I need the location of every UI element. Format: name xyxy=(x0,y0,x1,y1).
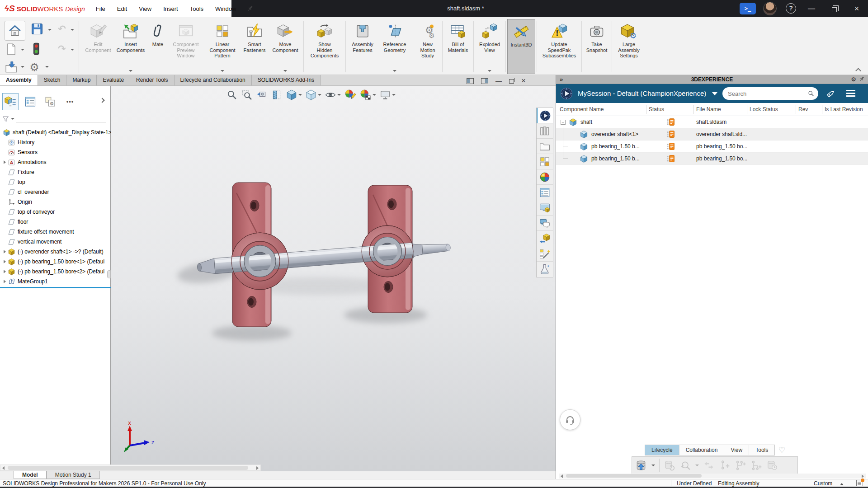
tab-solidworks-addins[interactable]: SOLIDWORKS Add-Ins xyxy=(252,75,321,85)
chevron-down-icon[interactable] xyxy=(651,465,655,466)
view-palette-tab[interactable] xyxy=(537,154,553,169)
component-row[interactable]: overender shaft<1> overender shaft.sld..… xyxy=(556,128,868,141)
tab-assembly[interactable]: Assembly xyxy=(0,75,38,85)
filter-funnel-icon[interactable] xyxy=(2,115,9,123)
property-manager-tab[interactable] xyxy=(22,93,38,110)
chevron-down-icon[interactable] xyxy=(373,94,376,96)
new-motion-study-button[interactable]: New Motion Study xyxy=(415,19,441,74)
tree-item[interactable]: Fixture xyxy=(0,167,111,177)
component-row[interactable]: pb bearing_1.50 b... pb bearing_1.50 bo.… xyxy=(556,141,868,153)
chevron-down-icon[interactable] xyxy=(392,94,396,96)
show-hidden-components-button[interactable]: Show Hidden Components xyxy=(305,19,344,74)
expand-arrow-icon[interactable] xyxy=(4,260,6,263)
edit-component-button[interactable]: Edit Component xyxy=(83,19,113,74)
chevron-down-icon[interactable] xyxy=(221,70,224,72)
zoom-fit-button[interactable] xyxy=(226,89,238,101)
user-avatar[interactable] xyxy=(763,2,777,15)
gear-icon[interactable]: ⚙ xyxy=(851,75,856,84)
tree-item[interactable]: (-) pb bearing_1.50 bore<1> (Defaul xyxy=(0,257,111,267)
zoom-area-button[interactable] xyxy=(241,89,253,101)
expand-arrow-icon[interactable] xyxy=(4,250,6,253)
instant3d-button[interactable]: Instant3D xyxy=(507,19,535,74)
session-selector[interactable]: MySession - Default (ChampionXperience) xyxy=(578,84,706,103)
tab-lifecycle[interactable]: Lifecycle xyxy=(645,445,679,455)
tree-item[interactable]: Sensors xyxy=(0,147,111,157)
new-document-button[interactable] xyxy=(5,42,18,56)
view-orientation-button[interactable] xyxy=(286,89,302,101)
expand-arrow-icon[interactable] xyxy=(4,270,6,273)
manager-overflow-button[interactable]: ••• xyxy=(62,93,78,110)
3dexperience-tab[interactable] xyxy=(537,108,553,123)
assistant-button[interactable] xyxy=(560,409,580,430)
new-dropdown-icon[interactable] xyxy=(21,49,24,51)
minimize-button[interactable]: — xyxy=(801,0,822,17)
tree-item[interactable]: MateGroup1 xyxy=(0,277,111,286)
save-dropdown-icon[interactable] xyxy=(48,29,52,31)
chevron-down-icon[interactable] xyxy=(11,118,14,120)
tree-item[interactable]: Annotations xyxy=(0,157,111,167)
viewport-close-icon[interactable]: × xyxy=(521,76,526,86)
file-explorer-tab[interactable] xyxy=(537,139,553,154)
new-revision-button[interactable] xyxy=(719,460,731,471)
featuremanager-tree-tab[interactable] xyxy=(2,93,19,110)
update-speedpak-button[interactable]: Update SpeedPak Subassemblies xyxy=(538,19,580,74)
move-component-button[interactable]: Move Component xyxy=(269,19,302,74)
refresh-database-button[interactable] xyxy=(664,460,675,471)
tab-render-tools[interactable]: Render Tools xyxy=(130,75,175,85)
home-button[interactable] xyxy=(5,21,25,41)
tree-item[interactable]: cl_overender xyxy=(0,187,111,197)
notification-icon[interactable] xyxy=(856,480,863,486)
pin-menu-icon[interactable] xyxy=(246,5,254,13)
configuration-manager-tab[interactable] xyxy=(42,93,58,110)
col-file-name[interactable]: File Name xyxy=(696,106,721,113)
chevron-down-icon[interactable] xyxy=(337,94,341,96)
chevron-down-icon[interactable] xyxy=(298,94,302,96)
chevron-down-icon[interactable] xyxy=(129,70,132,72)
linear-component-pattern-button[interactable]: Linear Component Pattern xyxy=(204,19,241,74)
component-preview-window-button[interactable]: Component Preview Window xyxy=(167,19,204,74)
appearances-tab[interactable] xyxy=(537,169,553,185)
menu-burger-icon[interactable] xyxy=(846,90,855,97)
redo-dropdown-icon[interactable] xyxy=(71,49,74,51)
col-component-name[interactable]: Component Name xyxy=(560,106,604,113)
pane-right-icon[interactable] xyxy=(481,78,488,84)
tree-item[interactable]: vertical movement xyxy=(0,237,111,247)
insert-components-button[interactable]: Insert Components xyxy=(113,19,148,74)
apply-scene-button[interactable] xyxy=(359,89,376,101)
tab-tools[interactable]: Tools xyxy=(749,445,774,455)
custom-properties-tab[interactable] xyxy=(537,185,553,200)
reference-geometry-button[interactable]: Reference Geometry xyxy=(378,19,411,74)
tab-view[interactable]: View xyxy=(724,445,749,455)
scroll-right-icon[interactable] xyxy=(256,466,259,470)
chevron-down-icon[interactable] xyxy=(318,94,321,96)
scroll-left-icon[interactable] xyxy=(561,474,563,478)
terminal-button[interactable]: >_ xyxy=(740,3,756,14)
shaft-assembly-model[interactable] xyxy=(170,174,468,350)
large-assembly-settings-button[interactable]: Large Assembly Settings xyxy=(613,19,644,74)
menu-window[interactable]: Window xyxy=(215,5,236,12)
help-button[interactable]: ? xyxy=(786,3,796,14)
expand-arrow-icon[interactable] xyxy=(4,160,6,164)
publish-dropdown-icon[interactable] xyxy=(21,66,24,68)
tab-sketch[interactable]: Sketch xyxy=(38,75,67,85)
tree-item[interactable]: (-) pb bearing_1.50 bore<2> (Defaul xyxy=(0,267,111,277)
tree-filter-input[interactable] xyxy=(16,115,106,123)
scrollbar-thumb[interactable] xyxy=(566,474,702,478)
save-button[interactable] xyxy=(30,22,44,36)
chevron-down-icon[interactable] xyxy=(695,465,699,466)
tree-item[interactable]: fixture offset movement xyxy=(0,227,111,237)
hide-show-items-button[interactable] xyxy=(325,89,341,101)
publish-button[interactable] xyxy=(5,61,18,74)
exploded-view-button[interactable]: Exploded View xyxy=(475,19,504,74)
chevron-down-icon[interactable] xyxy=(488,70,491,72)
tree-item[interactable]: floor xyxy=(0,217,111,227)
new-branch-button[interactable] xyxy=(735,460,746,471)
explore-button[interactable] xyxy=(679,460,691,471)
display-style-button[interactable] xyxy=(305,89,321,101)
search-icon[interactable] xyxy=(807,89,815,98)
tree-item-root[interactable]: shaft (Default) <Default_Display State-1… xyxy=(0,127,111,137)
design-library-tab[interactable] xyxy=(537,123,553,139)
tab-markup[interactable]: Markup xyxy=(66,75,97,85)
import-tab[interactable] xyxy=(537,231,553,246)
take-snapshot-button[interactable]: Take Snapshot xyxy=(583,19,610,74)
